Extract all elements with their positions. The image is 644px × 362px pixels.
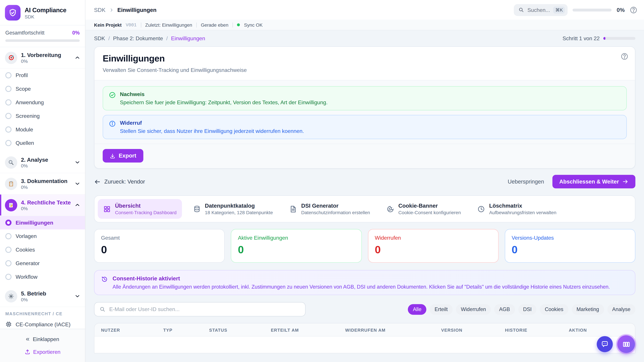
sidebar-item-workflow[interactable]: Workflow — [0, 270, 85, 284]
search-icon — [518, 7, 524, 13]
sidebar-item-quellen[interactable]: Quellen — [0, 136, 85, 150]
sync-status: Sync OK — [244, 22, 263, 27]
filter-row: Alle Erteilt Widerrufen AGB DSI Cookies … — [94, 302, 636, 317]
chip-analyse[interactable]: Analyse — [607, 304, 636, 315]
overall-progress-value: 0% — [72, 30, 80, 36]
radio-icon — [5, 86, 12, 92]
page-subtitle: Verwalten Sie Consent-Tracking und Einwi… — [103, 67, 627, 73]
sidebar-section-betrieb[interactable]: 5. Betrieb 0% — [0, 286, 85, 307]
divider — [196, 22, 196, 27]
sidebar-item-screening[interactable]: Screening — [0, 109, 85, 123]
back-button[interactable]: Zurueck: Vendor — [94, 178, 145, 185]
app-subtitle: SDK — [25, 14, 66, 19]
export-button[interactable]: Export — [103, 149, 143, 163]
chip-erteilt[interactable]: Erteilt — [430, 304, 453, 315]
tab-dsi-generator[interactable]: DSI GeneratorDatenschutzinformation erst… — [284, 199, 375, 219]
card-help-icon[interactable] — [620, 52, 628, 60]
upload-icon — [24, 349, 30, 355]
target-icon — [5, 51, 17, 64]
tab-loeschmatrix[interactable]: LöschmatrixAufbewahrungsfristen verwalte… — [472, 199, 562, 219]
sidebar-item-scope[interactable]: Scope — [0, 82, 85, 96]
sidebar-section-dokumentation[interactable]: 3. Dokumentation 0% — [0, 173, 85, 194]
last-edited: Zuletzt: Einwilligungen — [145, 22, 192, 27]
crumb-phase2[interactable]: Phase 2: Dokumente — [113, 35, 163, 41]
floating-buttons — [597, 335, 635, 353]
machine-law-section-label: MASCHINENRECHT / CE — [0, 307, 85, 318]
chat-bubble-icon — [601, 340, 609, 348]
sidebar-item-cookies[interactable]: Cookies — [0, 243, 85, 257]
banner-text: Alle Änderungen an Einwilligungen werden… — [112, 284, 610, 290]
sidebar-item-module[interactable]: Module — [0, 123, 85, 136]
info-circle-icon — [109, 120, 116, 127]
overall-progress-label: Gesamtfortschritt — [5, 30, 44, 36]
section-title: 3. Dokumentation — [21, 178, 71, 184]
sidebar-export-button[interactable]: Exportieren — [0, 346, 85, 358]
chip-widerrufen[interactable]: Widerrufen — [456, 304, 491, 315]
page-breadcrumb-row: SDK / Phase 2: Dokumente / Einwilligunge… — [94, 35, 636, 41]
main-area: SDK Einwilligungen Suchen... ⌘K 0% Kein … — [85, 0, 644, 362]
finish-next-button[interactable]: Abschliessen & Weiter — [552, 175, 635, 188]
user-search-input[interactable] — [109, 306, 300, 312]
chip-agb[interactable]: AGB — [494, 304, 515, 315]
info-box-text: Speichern Sie fuer jede Einwilligung: Ze… — [120, 99, 328, 106]
check-circle-icon — [109, 91, 116, 98]
overall-progress: Gesamtfortschritt 0% — [0, 25, 85, 47]
sidebar-item-generator[interactable]: Generator — [0, 257, 85, 270]
chevron-up-icon — [75, 202, 80, 208]
collapse-sidebar-button[interactable]: « Einklappen — [0, 333, 85, 346]
stat-gesamt: Gesamt 0 — [94, 229, 225, 263]
database-icon — [193, 205, 201, 213]
chip-cookies[interactable]: Cookies — [540, 304, 568, 315]
skip-button[interactable]: Ueberspringen — [508, 178, 544, 185]
clipboard-icon — [5, 177, 17, 190]
divider — [232, 22, 233, 27]
cookie-icon — [386, 205, 394, 213]
sidebar-section-analyse[interactable]: 2. Analyse 0% — [0, 152, 85, 173]
chevron-up-icon — [75, 55, 80, 60]
help-icon[interactable] — [630, 6, 638, 14]
section-percent: 0% — [21, 297, 71, 302]
sidebar-item-profil[interactable]: Profil — [0, 68, 85, 82]
consent-card-header: Einwilligungen Verwalten Sie Consent-Tra… — [94, 47, 635, 80]
ce-compliance-label: CE-Compliance (IACE) — [16, 321, 70, 327]
search-placeholder-text: Suchen... — [528, 7, 550, 13]
info-box-title: Nachweis — [120, 91, 328, 97]
consent-card-body: Nachweis Speichern Sie fuer jede Einwill… — [94, 80, 635, 139]
radio-icon — [5, 113, 12, 119]
section-percent: 0% — [21, 58, 71, 63]
consent-history-banner: Consent-Historie aktiviert Alle Änderung… — [94, 270, 636, 295]
chat-fab-button[interactable] — [597, 336, 613, 352]
app-logo-block: AI Compliance SDK — [0, 0, 85, 25]
breadcrumb-root[interactable]: SDK — [94, 7, 106, 13]
sidebar-item-ce-compliance[interactable]: CE-Compliance (IACE) — [0, 318, 85, 329]
col-version: VERSION — [441, 327, 505, 332]
sidebar-item-einwilligungen[interactable]: Einwilligungen — [0, 216, 85, 229]
table-body-empty — [94, 337, 635, 353]
banner-title: Consent-Historie aktiviert — [112, 275, 610, 282]
stat-versions-updates: Versions-Updates 0 — [505, 229, 635, 263]
crumb-current: Einwilligungen — [171, 35, 205, 41]
filter-chips: Alle Erteilt Widerrufen AGB DSI Cookies … — [408, 304, 635, 315]
stats-row: Gesamt 0 Aktive Einwilligungen 0 Widerru… — [94, 229, 636, 263]
tab-datenpunktkatalog[interactable]: Datenpunktkatalog18 Kategorien, 128 Date… — [188, 199, 278, 219]
chip-dsi[interactable]: DSI — [518, 304, 537, 315]
sidebar-item-vorlagen[interactable]: Vorlagen — [0, 229, 85, 243]
chip-marketing[interactable]: Marketing — [572, 304, 604, 315]
sync-status-dot — [237, 23, 240, 26]
tab-uebersicht[interactable]: ÜbersichtConsent-Tracking Dashboard — [98, 199, 182, 219]
chevron-right-icon — [109, 7, 114, 12]
sidebar-item-anwendung[interactable]: Anwendung — [0, 96, 85, 109]
sidebar-section-vorbereitung[interactable]: 1. Vorbereitung 0% — [0, 47, 85, 68]
collapse-label: Einklappen — [33, 336, 59, 342]
wizard-nav-row: Zurueck: Vendor Ueberspringen Abschliess… — [94, 175, 636, 188]
crumb-sdk[interactable]: SDK — [94, 35, 105, 41]
last-edited-time: Gerade eben — [201, 22, 228, 27]
chip-alle[interactable]: Alle — [408, 304, 426, 315]
sidebar-section-rechtliche-texte[interactable]: 4. Rechtliche Texte 0% — [0, 195, 85, 216]
global-search-input[interactable]: Suchen... ⌘K — [514, 4, 568, 16]
consent-table: NUTZER TYP STATUS ERTEILT AM WIDERRUFEN … — [94, 323, 636, 353]
status-bar: Kein Projekt V001 Zuletzt: Einwilligunge… — [85, 20, 644, 30]
tab-cookie-banner[interactable]: Cookie-BannerCookie-Consent konfiguriere… — [381, 199, 466, 219]
board-columns-fab-button[interactable] — [617, 335, 635, 353]
chevron-down-icon — [75, 160, 80, 165]
